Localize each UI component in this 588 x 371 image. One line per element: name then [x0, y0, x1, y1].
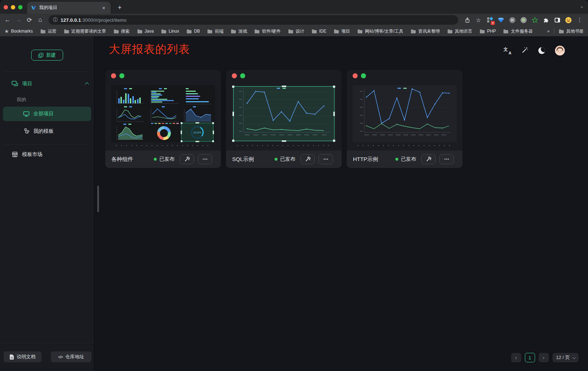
page-size-select[interactable]: 12 / 页 — [552, 353, 579, 362]
bookmark-folder[interactable]: DB — [186, 29, 200, 34]
bookmark-folder[interactable]: 资讯未整理 — [411, 28, 440, 34]
tab-search-chevron-icon[interactable]: ⌄ — [580, 4, 584, 9]
card-preview — [232, 85, 336, 142]
edit-project-button[interactable] — [421, 154, 436, 164]
close-window-button[interactable] — [4, 5, 8, 9]
project-card[interactable]: SQL示例 已发布 ••• — [226, 70, 342, 168]
profile-avatar-icon[interactable] — [565, 17, 572, 23]
address-bar[interactable]: ⓘ 127.0.0.1:3000/#/project/items — [49, 15, 458, 25]
more-actions-button[interactable]: ••• — [318, 154, 333, 164]
current-page-button[interactable]: 1 — [525, 353, 535, 362]
sidebar-divider — [4, 71, 90, 72]
home-icon[interactable]: ⌂ — [36, 15, 45, 25]
folder-icon — [40, 29, 46, 34]
page-info-icon[interactable]: ⓘ — [53, 17, 58, 23]
monitor-icon — [23, 111, 29, 117]
bookmark-folder[interactable]: 近期需要读的文章 — [64, 28, 106, 34]
app-page: 新建 项目 我的 全部项目 — [0, 36, 588, 371]
status-badge: 已发布 — [159, 156, 174, 162]
side-panel-icon[interactable] — [554, 17, 560, 23]
selection-handle[interactable] — [233, 112, 234, 116]
browser-menu-icon[interactable]: ⋮ — [576, 17, 583, 23]
bookmark-folder[interactable]: IDE — [312, 29, 326, 34]
project-card[interactable]: 25.00% 各种组件 已发布 — [105, 70, 221, 168]
selection-handle[interactable] — [232, 140, 234, 142]
bookmark-folder[interactable]: 搜索 — [114, 28, 130, 34]
dark-mode-moon-icon[interactable] — [538, 47, 545, 54]
next-page-button[interactable]: › — [539, 353, 549, 362]
bookmark-folder[interactable]: 网站/博客/文章/工具 — [357, 28, 403, 34]
minimize-window-button[interactable] — [11, 5, 15, 9]
bookmark-folder[interactable]: 其他语言 — [447, 28, 472, 34]
ellipsis-icon: ••• — [323, 157, 329, 161]
status-badge: 已发布 — [280, 156, 295, 162]
bookmark-folder[interactable]: 游戏 — [231, 28, 247, 34]
prev-page-button[interactable]: ‹ — [511, 353, 521, 362]
puzzle-extensions-icon[interactable] — [543, 17, 549, 23]
selection-handle[interactable] — [333, 86, 335, 88]
reload-icon[interactable]: ⟳ — [25, 15, 34, 25]
bookmark-star-icon[interactable]: ☆ — [475, 17, 482, 23]
language-icon[interactable]: 文A — [503, 47, 511, 55]
status-dot — [395, 158, 398, 161]
selection-handle[interactable] — [282, 86, 286, 87]
share-icon[interactable] — [464, 17, 470, 23]
forward-icon[interactable]: → — [14, 15, 23, 25]
sidebar-item-my-templates[interactable]: 我的模板 — [3, 124, 91, 139]
traffic-lights — [4, 5, 22, 9]
bookmark-folder[interactable]: 文件服务器 — [503, 28, 533, 34]
bookmark-folder[interactable]: PHP — [480, 29, 496, 34]
back-icon[interactable]: ← — [3, 15, 12, 25]
url-text: 127.0.0.1:3000/#/project/items — [61, 17, 127, 23]
new-tab-button[interactable]: + — [115, 4, 124, 12]
edit-project-button[interactable] — [300, 154, 315, 164]
folder-icon — [334, 29, 339, 34]
selection-handle[interactable] — [282, 140, 286, 142]
command-extension-icon[interactable]: ⌘ — [509, 17, 515, 23]
more-actions-button[interactable]: ••• — [439, 154, 454, 164]
repo-button[interactable]: </> 仓库地址 — [51, 351, 91, 362]
sidebar: 新建 项目 我的 全部项目 — [0, 36, 94, 371]
bookmark-folder[interactable]: 运营 — [40, 28, 57, 34]
zoom-window-button[interactable] — [18, 5, 22, 9]
bookmark-folder[interactable]: Java — [137, 29, 154, 34]
bookmark-folder[interactable]: 软件/硬件 — [254, 28, 280, 34]
selection-handle[interactable] — [333, 112, 335, 116]
card-green-dot — [119, 73, 124, 78]
sidebar-section-project[interactable]: 项目 — [0, 76, 94, 91]
sidebar-item-all-projects[interactable]: 全部项目 — [3, 107, 91, 121]
card-title: HTTP示例 — [353, 156, 378, 163]
star-extension-icon[interactable] — [531, 17, 538, 23]
docs-button[interactable]: 说明文档 — [4, 351, 41, 362]
user-avatar[interactable] — [555, 46, 565, 55]
selection-handle[interactable] — [333, 140, 335, 142]
bookmark-folder[interactable]: 设计 — [288, 28, 304, 34]
folder-icon — [186, 29, 192, 34]
bookmarks-manager-item[interactable]: ★ Bookmarks — [4, 28, 33, 34]
sidebar-item-template-market[interactable]: 模板市场 — [0, 147, 94, 162]
bookmark-folder[interactable]: 项目 — [334, 28, 350, 34]
browser-tab[interactable]: 我的项目 × — [27, 2, 111, 14]
new-project-button[interactable]: 新建 — [31, 50, 63, 61]
card-green-dot — [361, 73, 366, 78]
tab-close-icon[interactable]: × — [100, 5, 107, 11]
edit-project-button[interactable] — [180, 154, 194, 164]
storefront-icon — [12, 152, 18, 157]
scrollbar-thumb[interactable] — [97, 186, 99, 212]
other-bookmarks-folder[interactable]: 其他书签 — [559, 28, 584, 34]
bookmark-folder[interactable]: 前端 — [207, 28, 223, 34]
card-footer: 各种组件 已发布 ••• — [105, 151, 221, 168]
browser-toolbar: ← → ⟳ ⌂ ⓘ 127.0.0.1:3000/#/project/items… — [0, 14, 588, 26]
more-actions-button[interactable]: ••• — [198, 154, 212, 164]
record-extension-icon[interactable] — [520, 17, 527, 23]
chevron-up-icon[interactable] — [85, 82, 89, 86]
extension-grid-icon[interactable]: 9 — [486, 17, 493, 23]
bookmarks-overflow-chevron[interactable]: » — [547, 29, 550, 34]
magic-wand-icon[interactable] — [521, 46, 529, 55]
screens-icon — [12, 81, 18, 87]
project-card[interactable]: HTTP示例 已发布 ••• — [347, 70, 462, 168]
bookmark-folder[interactable]: Linux — [161, 29, 179, 34]
folder-icon — [357, 29, 363, 34]
selection-handle[interactable] — [232, 86, 234, 88]
gem-extension-icon[interactable] — [498, 17, 504, 23]
